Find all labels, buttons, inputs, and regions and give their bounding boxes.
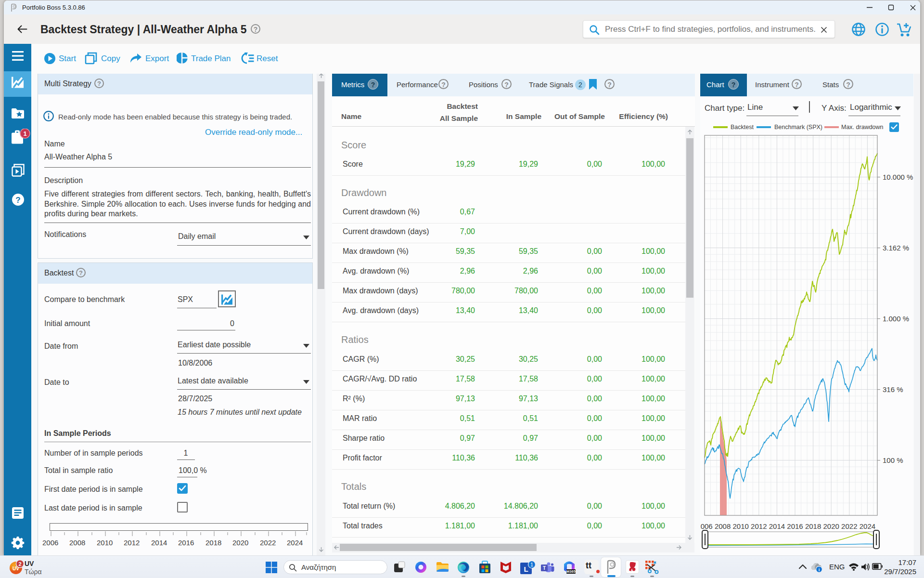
svg-text:2014: 2014	[769, 522, 785, 530]
svg-text:2020: 2020	[823, 522, 839, 530]
svg-text:2008: 2008	[715, 522, 731, 530]
svg-text:L: L	[524, 565, 528, 573]
svg-text:M365: M365	[566, 569, 576, 574]
svg-text:2022: 2022	[841, 522, 857, 530]
svg-text:100 %: 100 %	[883, 456, 903, 464]
svg-text:2: 2	[18, 561, 21, 567]
svg-text:1: 1	[530, 562, 533, 567]
svg-text:T: T	[543, 565, 546, 571]
svg-text:2012: 2012	[751, 522, 767, 530]
svg-text:i: i	[819, 567, 820, 572]
svg-text:2010: 2010	[733, 522, 749, 530]
svg-text:2016: 2016	[787, 522, 803, 530]
svg-text:1.000 %: 1.000 %	[883, 315, 909, 323]
svg-text:3.162 %: 3.162 %	[883, 244, 909, 252]
svg-text:2006: 2006	[700, 522, 713, 530]
svg-text:1: 1	[23, 130, 26, 137]
svg-text:316 %: 316 %	[883, 385, 903, 394]
svg-text:2024: 2024	[860, 522, 875, 530]
svg-text:10.000 %: 10.000 %	[883, 173, 913, 181]
svg-text:?: ?	[15, 196, 20, 205]
svg-text:2018: 2018	[805, 522, 821, 530]
